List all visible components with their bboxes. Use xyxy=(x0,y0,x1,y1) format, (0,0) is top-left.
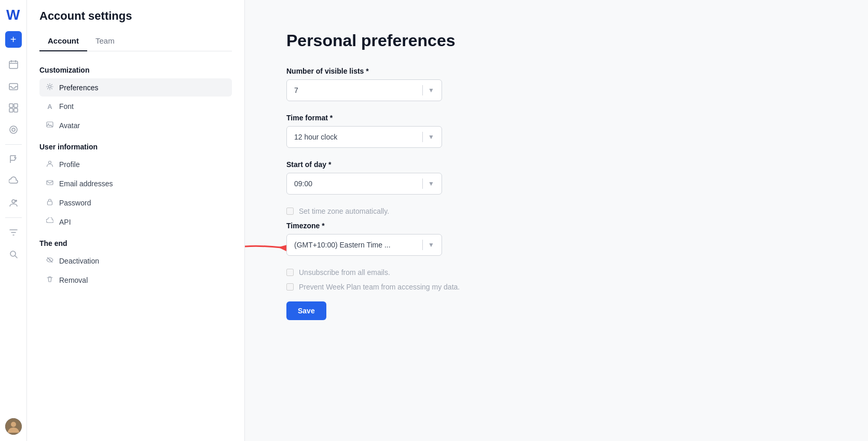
search-icon[interactable] xyxy=(4,245,23,264)
visible-lists-label: Number of visible lists * xyxy=(286,67,650,75)
sidebar-item-preferences[interactable]: Preferences xyxy=(39,78,232,97)
svg-rect-1 xyxy=(9,61,18,68)
profile-icon xyxy=(46,160,54,169)
password-label: Password xyxy=(59,199,91,207)
app-logo: W xyxy=(5,6,22,25)
time-format-select[interactable]: 12 hour clock ▼ xyxy=(286,126,442,148)
time-format-group: Time format * 12 hour clock ▼ xyxy=(286,114,650,148)
rail-divider-1 xyxy=(5,144,22,145)
svg-point-19 xyxy=(48,123,49,125)
time-format-value: 12 hour clock xyxy=(294,133,337,141)
sidebar-tabs: Account Team xyxy=(39,31,232,51)
profile-label: Profile xyxy=(59,160,80,169)
add-button[interactable]: + xyxy=(5,31,22,48)
section-title-user-info: User information xyxy=(39,143,232,151)
sidebar-title: Account settings xyxy=(39,9,232,23)
svg-point-13 xyxy=(15,200,17,202)
chevron-down-icon: ▼ xyxy=(428,87,434,94)
font-icon: A xyxy=(46,103,54,111)
sidebar-content: Customization Preferences A Font Avatar … xyxy=(27,51,244,441)
flag-icon[interactable] xyxy=(4,150,23,169)
calendar-icon[interactable] xyxy=(4,55,23,74)
filter-icon[interactable] xyxy=(4,223,23,242)
chevron-down-icon-3: ▼ xyxy=(428,180,434,187)
sidebar-item-avatar[interactable]: Avatar xyxy=(39,116,232,134)
tab-account[interactable]: Account xyxy=(39,31,87,51)
prevent-access-label: Prevent Week Plan team from accessing my… xyxy=(299,283,460,291)
lock-icon xyxy=(46,198,54,207)
unsubscribe-checkbox[interactable] xyxy=(286,269,294,276)
svg-point-17 xyxy=(49,86,51,88)
page-title: Personal preferences xyxy=(286,31,650,50)
svg-rect-7 xyxy=(14,104,18,107)
rail-divider-2 xyxy=(5,217,22,218)
save-button[interactable]: Save xyxy=(286,301,326,320)
svg-text:W: W xyxy=(6,7,20,23)
svg-rect-8 xyxy=(9,108,13,112)
svg-point-12 xyxy=(12,200,15,203)
select-divider-3 xyxy=(422,178,423,189)
prevent-access-row: Prevent Week Plan team from accessing my… xyxy=(286,283,650,291)
visible-lists-value: 7 xyxy=(294,86,298,94)
select-divider xyxy=(422,85,423,95)
avatar-label: Avatar xyxy=(59,121,80,130)
cloud-icon[interactable] xyxy=(4,172,23,190)
prevent-access-checkbox[interactable] xyxy=(286,283,294,291)
auto-timezone-label: Set time zone automatically. xyxy=(299,207,389,215)
content-wrapper: Personal preferences Number of visible l… xyxy=(286,31,650,320)
chevron-down-icon-2: ▼ xyxy=(428,133,434,141)
unsubscribe-label: Unsubscribe from all emails. xyxy=(299,268,390,277)
email-icon xyxy=(46,179,54,188)
sidebar: Account settings Account Team Customizat… xyxy=(27,0,245,441)
email-label: Email addresses xyxy=(59,180,113,188)
auto-timezone-checkbox[interactable] xyxy=(286,208,294,215)
unsubscribe-row: Unsubscribe from all emails. xyxy=(286,268,650,277)
start-of-day-select[interactable]: 09:00 ▼ xyxy=(286,173,442,195)
section-title-customization: Customization xyxy=(39,66,232,74)
font-label: Font xyxy=(59,102,74,111)
svg-rect-9 xyxy=(14,108,18,112)
svg-point-16 xyxy=(11,422,16,427)
visible-lists-group: Number of visible lists * 7 ▼ xyxy=(286,67,650,101)
timezone-group: Timezone * (GMT+10:00) Eastern Time ... xyxy=(286,222,650,256)
start-of-day-label: Start of day * xyxy=(286,160,650,169)
time-format-label: Time format * xyxy=(286,114,650,122)
timezone-label: Timezone * xyxy=(286,222,650,230)
section-title-the-end: The end xyxy=(39,239,232,247)
circle-icon[interactable] xyxy=(4,120,23,139)
trash-icon xyxy=(46,275,54,284)
sidebar-item-profile[interactable]: Profile xyxy=(39,155,232,173)
gear-icon xyxy=(46,83,54,92)
api-cloud-icon xyxy=(46,217,54,226)
api-label: API xyxy=(59,218,71,226)
svg-point-20 xyxy=(49,161,51,164)
svg-rect-22 xyxy=(48,201,52,205)
chevron-down-icon-4: ▼ xyxy=(428,241,434,249)
timezone-value: (GMT+10:00) Eastern Time ... xyxy=(294,241,391,249)
main-content: Personal preferences Number of visible l… xyxy=(245,0,868,441)
sidebar-item-email[interactable]: Email addresses xyxy=(39,174,232,192)
arrow-annotation-2 xyxy=(245,236,286,259)
user-avatar-button[interactable] xyxy=(5,418,22,435)
user-dot-icon[interactable] xyxy=(4,194,23,212)
start-of-day-value: 09:00 xyxy=(294,180,312,188)
timezone-select[interactable]: (GMT+10:00) Eastern Time ... ▼ xyxy=(286,234,442,256)
image-icon xyxy=(46,121,54,130)
eye-off-icon xyxy=(46,256,54,265)
sidebar-item-api[interactable]: API xyxy=(39,213,232,231)
auto-timezone-row: Set time zone automatically. xyxy=(286,207,650,215)
deactivation-label: Deactivation xyxy=(59,257,99,265)
sidebar-item-deactivation[interactable]: Deactivation xyxy=(39,252,232,270)
inbox-icon[interactable] xyxy=(4,77,23,95)
sidebar-item-font[interactable]: A Font xyxy=(39,98,232,115)
svg-point-10 xyxy=(10,126,17,133)
sidebar-item-removal[interactable]: Removal xyxy=(39,271,232,289)
tab-team[interactable]: Team xyxy=(87,31,123,51)
visible-lists-select[interactable]: 7 ▼ xyxy=(286,79,442,101)
removal-label: Removal xyxy=(59,276,88,284)
sidebar-header: Account settings Account Team xyxy=(27,0,244,51)
grid-icon[interactable] xyxy=(4,99,23,117)
svg-rect-6 xyxy=(9,104,13,107)
select-divider-2 xyxy=(422,132,423,142)
sidebar-item-password[interactable]: Password xyxy=(39,194,232,212)
